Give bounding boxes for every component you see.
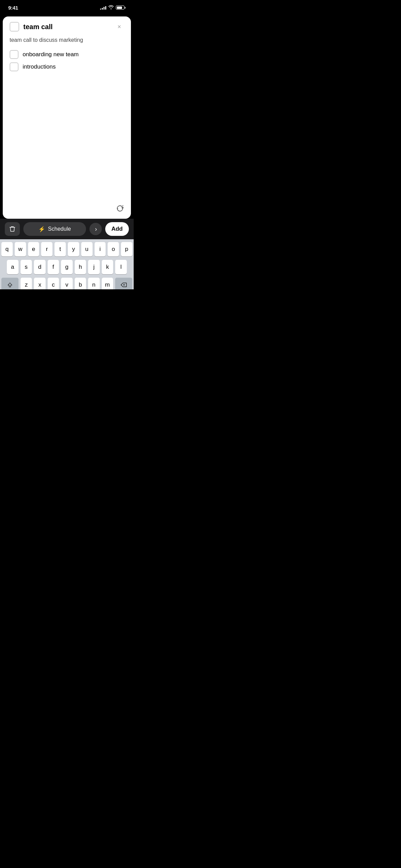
key-d[interactable]: d xyxy=(34,260,46,274)
toolbar: ⚡ Schedule › Add xyxy=(0,219,134,239)
key-k[interactable]: k xyxy=(102,260,113,274)
arrow-icon: › xyxy=(95,226,97,233)
key-h[interactable]: h xyxy=(75,260,86,274)
todo-item: introductions xyxy=(10,62,124,71)
refresh-button[interactable]: + xyxy=(114,203,125,214)
key-o[interactable]: o xyxy=(108,242,119,256)
keyboard: q w e r t y u i o p a s d f g h j k l z … xyxy=(0,239,134,289)
card-title: team call xyxy=(23,23,110,31)
shift-key[interactable] xyxy=(1,278,19,289)
refresh-area: + xyxy=(114,203,125,214)
todo-item: onboarding new team xyxy=(10,50,124,59)
key-v[interactable]: v xyxy=(61,278,72,289)
task-card: team call × team call to discuss marketi… xyxy=(3,16,131,219)
svg-text:+: + xyxy=(122,204,124,207)
card-description: team call to discuss marketing xyxy=(10,36,124,44)
card-main-checkbox[interactable] xyxy=(10,22,19,32)
signal-icon xyxy=(100,5,106,10)
todo-text-2: introductions xyxy=(23,63,56,70)
backspace-key[interactable] xyxy=(115,278,132,289)
key-c[interactable]: c xyxy=(48,278,59,289)
card-header: team call × xyxy=(10,22,124,32)
key-p[interactable]: p xyxy=(121,242,132,256)
key-z[interactable]: z xyxy=(21,278,32,289)
status-time: 9:41 xyxy=(8,5,18,11)
lightning-icon: ⚡ xyxy=(38,226,45,232)
key-i[interactable]: i xyxy=(95,242,106,256)
key-e[interactable]: e xyxy=(28,242,39,256)
todo-checkbox-1[interactable] xyxy=(10,50,19,59)
key-w[interactable]: w xyxy=(15,242,26,256)
todo-checkbox-2[interactable] xyxy=(10,62,19,71)
key-j[interactable]: j xyxy=(88,260,100,274)
todo-text-1: onboarding new team xyxy=(23,51,79,58)
arrow-button[interactable]: › xyxy=(89,223,102,235)
key-a[interactable]: a xyxy=(7,260,19,274)
schedule-label: Schedule xyxy=(48,226,71,232)
key-r[interactable]: r xyxy=(41,242,52,256)
add-button[interactable]: Add xyxy=(105,222,129,236)
status-icons xyxy=(100,5,125,10)
schedule-button[interactable]: ⚡ Schedule xyxy=(23,222,86,236)
key-t[interactable]: t xyxy=(54,242,66,256)
keyboard-row-2: a s d f g h j k l xyxy=(1,260,132,274)
keyboard-row-1: q w e r t y u i o p xyxy=(1,242,132,256)
todo-list: onboarding new team introductions xyxy=(10,50,124,71)
status-bar: 9:41 xyxy=(0,0,134,15)
add-label: Add xyxy=(111,226,123,232)
key-b[interactable]: b xyxy=(75,278,86,289)
key-f[interactable]: f xyxy=(48,260,59,274)
trash-button[interactable] xyxy=(5,222,20,236)
keyboard-row-3: z x c v b n m xyxy=(1,278,132,289)
key-n[interactable]: n xyxy=(88,278,99,289)
key-q[interactable]: q xyxy=(1,242,13,256)
battery-icon xyxy=(116,5,125,10)
key-m[interactable]: m xyxy=(102,278,113,289)
key-s[interactable]: s xyxy=(21,260,32,274)
wifi-icon xyxy=(108,5,114,10)
key-g[interactable]: g xyxy=(61,260,73,274)
close-button[interactable]: × xyxy=(114,22,124,32)
key-y[interactable]: y xyxy=(68,242,79,256)
key-l[interactable]: l xyxy=(115,260,127,274)
key-x[interactable]: x xyxy=(34,278,45,289)
key-u[interactable]: u xyxy=(81,242,93,256)
